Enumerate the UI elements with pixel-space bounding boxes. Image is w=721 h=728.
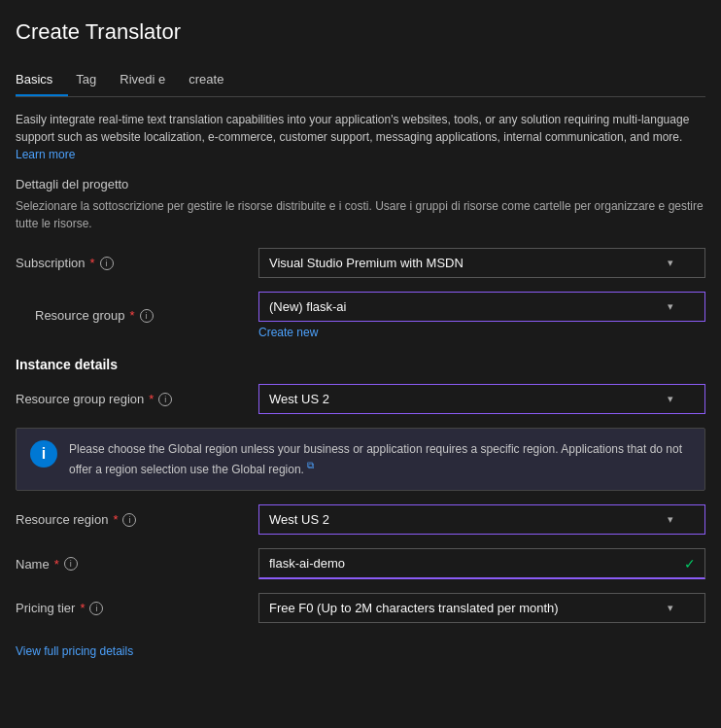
pricing-tier-required: *: [80, 601, 85, 615]
resource-group-control: (New) flask-ai ▾ Create new: [258, 292, 705, 339]
subscription-field-row: Subscription * i Visual Studio Premium w…: [16, 248, 705, 278]
resource-region-field-row: Resource region * i West US 2 ▾: [16, 504, 705, 535]
pricing-tier-field-row: Pricing tier * i Free F0 (Up to 2M chara…: [16, 593, 705, 623]
create-new-link[interactable]: Create new: [258, 326, 318, 339]
view-pricing-link[interactable]: View full pricing details: [16, 644, 133, 658]
name-check-icon: ✓: [684, 556, 696, 572]
resource-group-label: Resource group * i: [16, 308, 258, 323]
resource-group-region-control: West US 2 ▾: [258, 384, 705, 414]
subscription-info-icon[interactable]: i: [100, 257, 114, 270]
page-container: Create Translator Basics Tag Rivedi e cr…: [0, 0, 721, 677]
instance-details-header: Instance details: [16, 357, 705, 372]
tab-basics[interactable]: Basics: [16, 64, 68, 96]
resource-group-required: *: [130, 308, 135, 323]
subscription-chevron: ▾: [668, 257, 673, 269]
name-field-row: Name * i ✓: [16, 548, 705, 579]
resource-region-dropdown[interactable]: West US 2 ▾: [258, 504, 705, 535]
tab-create[interactable]: create: [189, 64, 239, 96]
resource-group-region-info-icon[interactable]: i: [158, 393, 172, 406]
name-control: ✓: [258, 548, 705, 579]
resource-group-chevron: ▾: [668, 300, 673, 313]
resource-region-info-icon[interactable]: i: [122, 513, 136, 527]
resource-group-info-icon[interactable]: i: [140, 309, 154, 323]
external-link-icon: ⧉: [307, 460, 314, 470]
resource-group-dropdown[interactable]: (New) flask-ai ▾: [258, 292, 705, 322]
resource-group-region-required: *: [149, 392, 154, 406]
name-required: *: [54, 557, 59, 572]
pricing-tier-control: Free F0 (Up to 2M characters translated …: [258, 593, 705, 623]
resource-group-region-dropdown[interactable]: West US 2 ▾: [258, 384, 705, 414]
resource-region-required: *: [113, 512, 118, 527]
pricing-tier-info-icon[interactable]: i: [89, 602, 103, 615]
description-text: Easily integrate real-time text translat…: [16, 111, 705, 163]
name-label: Name * i: [16, 557, 258, 572]
info-box-text: Please choose the Global region unless y…: [69, 440, 691, 478]
learn-more-link[interactable]: Learn more: [16, 148, 75, 161]
resource-group-region-chevron: ▾: [668, 393, 673, 405]
info-box-icon: i: [30, 440, 57, 468]
name-info-icon[interactable]: i: [64, 557, 78, 571]
info-box: i Please choose the Global region unless…: [16, 428, 705, 491]
pricing-tier-chevron: ▾: [668, 602, 673, 614]
name-input[interactable]: [258, 548, 705, 579]
resource-region-label: Resource region * i: [16, 512, 258, 527]
resource-region-chevron: ▾: [668, 513, 673, 526]
subscription-control: Visual Studio Premium with MSDN ▾: [258, 248, 705, 278]
tab-review[interactable]: Rivedi e: [120, 64, 181, 96]
tab-tag[interactable]: Tag: [76, 64, 112, 96]
pricing-tier-label: Pricing tier * i: [16, 601, 258, 615]
project-details-label: Dettagli del progetto: [16, 177, 705, 191]
pricing-tier-dropdown[interactable]: Free F0 (Up to 2M characters translated …: [258, 593, 705, 623]
resource-group-field-row: Resource group * i (New) flask-ai ▾ Crea…: [16, 292, 705, 339]
tabs-bar: Basics Tag Rivedi e create: [16, 64, 705, 97]
subscription-dropdown[interactable]: Visual Studio Premium with MSDN ▾: [258, 248, 705, 278]
subscription-required: *: [90, 256, 95, 270]
resource-region-control: West US 2 ▾: [258, 504, 705, 535]
resource-group-wrapper: Resource group * i (New) flask-ai ▾ Crea…: [16, 292, 705, 339]
project-details-text: Selezionare la sottoscrizione per gestir…: [16, 197, 705, 232]
page-title: Create Translator: [16, 19, 705, 45]
subscription-label: Subscription * i: [16, 256, 258, 270]
resource-group-region-field-row: Resource group region * i West US 2 ▾: [16, 384, 705, 414]
resource-group-region-label: Resource group region * i: [16, 392, 258, 406]
